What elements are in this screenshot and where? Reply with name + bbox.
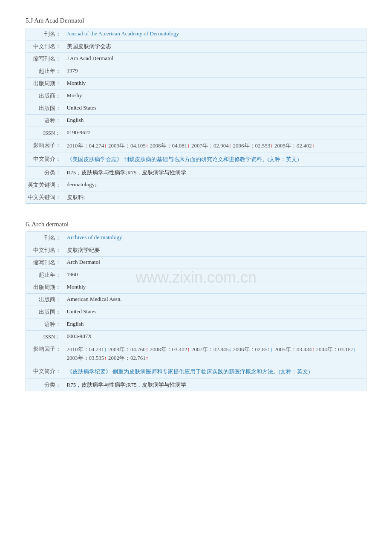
field-value: English (64, 318, 366, 330)
arrow-icon: ↑ (146, 346, 149, 353)
field-value: United States (64, 102, 366, 115)
arrow-icon: ↓ (270, 346, 273, 353)
table-row: 缩写刊名： J Am Acad Dermatol (26, 53, 366, 65)
arrow-icon: ↑ (270, 142, 273, 149)
table-row: 中文关键词： 皮肤科; (26, 191, 366, 203)
field-label: 出版国： (26, 306, 64, 318)
field-label: 出版国： (26, 102, 64, 115)
journal-6-name-link[interactable]: Archives of dermatology (67, 234, 122, 240)
field-value: United States (64, 306, 366, 318)
impact-factor-5: 2010年：04.274↑ 2009年：04.105↑ 2008年：04.081… (64, 139, 366, 153)
table-row: 中文简介： 《美国皮肤病学会志》 刊载皮肤病的基础与临床方面的研究论文和进修教学… (26, 153, 366, 166)
arrow-icon: ↓ (229, 346, 232, 353)
arrow-icon: ↑ (229, 142, 232, 149)
field-label: 出版周期： (26, 78, 64, 90)
table-row: 缩写刊名： Arch Dermatol (26, 256, 366, 269)
field-label: 起止年： (26, 65, 64, 78)
table-row: 起止年： 1979 (26, 65, 366, 78)
field-label: 中文刊名： (26, 244, 64, 256)
table-row: 出版商： American Medical Assn. (26, 293, 366, 306)
field-label: 缩写刊名： (26, 53, 64, 65)
table-row: 语种： English (26, 115, 366, 127)
field-label: 出版商： (26, 293, 64, 306)
field-value: English (64, 115, 366, 127)
journal-5-name-link[interactable]: Journal of the American Academy of Derma… (67, 30, 179, 37)
field-label: 语种： (26, 318, 64, 330)
arrow-icon: ↑ (187, 142, 190, 149)
table-row: 影响因子： 2010年：04.231↓ 2009年：04.760↑ 2008年：… (26, 343, 366, 365)
field-value: 0190-9622 (64, 127, 366, 139)
table-row: 刊名： Archives of dermatology (26, 231, 366, 244)
table-row: 英文关键词： dermatology;; (26, 179, 366, 191)
arrow-icon: ↑ (104, 355, 107, 361)
intro-6: 《皮肤病学纪要》 侧重为皮肤病医师和专家提供应用于临床实践的新医疗概念和方法。(… (64, 365, 366, 379)
table-row: 出版周期： Monthly (26, 78, 366, 90)
table-row: ISSN： 0190-9622 (26, 127, 366, 139)
field-value: Monthly (64, 281, 366, 293)
field-label: 缩写刊名： (26, 256, 64, 269)
journal-6-table: 刊名： Archives of dermatology 中文刊名： 皮肤病学纪要… (26, 231, 366, 391)
journal-section-6: 6. Arch dermatol 刊名： Archives of dermato… (26, 221, 366, 391)
journal-5-title: 5.J Am Acad Dermatol (26, 17, 366, 24)
field-value: R75，皮肤病学与性病学;R75，皮肤病学与性病学 (64, 166, 366, 179)
field-label: ISSN： (26, 330, 64, 343)
field-value: 皮肤病学纪要 (64, 244, 366, 256)
field-label: 分类： (26, 379, 64, 391)
field-value: 1979 (64, 65, 366, 78)
field-label: 刊名： (26, 28, 64, 40)
field-label: 刊名： (26, 231, 64, 244)
field-value: J Am Acad Dermatol (64, 53, 366, 65)
journal-section-5: 5.J Am Acad Dermatol 刊名： Journal of the … (26, 17, 366, 204)
field-label: 出版商： (26, 90, 64, 102)
table-row: ISSN： 0003-987X (26, 330, 366, 343)
table-row: 中文简介： 《皮肤病学纪要》 侧重为皮肤病医师和专家提供应用于临床实践的新医疗概… (26, 365, 366, 379)
field-value: 1960 (64, 269, 366, 281)
table-row: 语种： English (26, 318, 366, 330)
table-row: 分类： R75，皮肤病学与性病学;R75，皮肤病学与性病学 (26, 379, 366, 391)
field-value: Mosby (64, 90, 366, 102)
field-value: 美国皮肤病学会志 (64, 40, 366, 53)
table-row: 出版周期： Monthly (26, 281, 366, 293)
field-label: 影响因子： (26, 343, 64, 365)
field-value: 0003-987X (64, 330, 366, 343)
arrow-icon: ↓ (104, 346, 107, 353)
field-value: Monthly (64, 78, 366, 90)
field-label: 中文刊名： (26, 40, 64, 53)
table-row: 中文刊名： 美国皮肤病学会志 (26, 40, 366, 53)
field-label: 中文简介： (26, 153, 64, 166)
field-value: American Medical Assn. (64, 293, 366, 306)
field-label: 出版周期： (26, 281, 64, 293)
field-label: 中文简介： (26, 365, 64, 379)
field-label: 影响因子： (26, 139, 64, 153)
field-label: 起止年： (26, 269, 64, 281)
journal-5-table: 刊名： Journal of the American Academy of D… (26, 28, 366, 204)
arrow-icon: ↑ (312, 346, 315, 353)
table-row: 出版商： Mosby (26, 90, 366, 102)
arrow-icon: ↑ (312, 142, 315, 149)
field-label: 语种： (26, 115, 64, 127)
table-row: 出版国： United States (26, 306, 366, 318)
table-row: 分类： R75，皮肤病学与性病学;R75，皮肤病学与性病学 (26, 166, 366, 179)
table-row: 出版国： United States (26, 102, 366, 115)
journal-6-title: 6. Arch dermatol (26, 221, 366, 228)
field-value-journal5-name: Journal of the American Academy of Derma… (64, 28, 366, 40)
table-row: 刊名： Journal of the American Academy of D… (26, 28, 366, 40)
arrow-icon: ↑ (146, 355, 149, 361)
table-row: 影响因子： 2010年：04.274↑ 2009年：04.105↑ 2008年：… (26, 139, 366, 153)
field-label: ISSN： (26, 127, 64, 139)
table-row: 中文刊名： 皮肤病学纪要 (26, 244, 366, 256)
arrow-icon: ↓ (353, 346, 356, 353)
field-value: R75，皮肤病学与性病学;R75，皮肤病学与性病学 (64, 379, 366, 391)
intro-5: 《美国皮肤病学会志》 刊载皮肤病的基础与临床方面的研究论文和进修教学资料。(文种… (64, 153, 366, 166)
field-label: 英文关键词： (26, 179, 64, 191)
field-value: Arch Dermatol (64, 256, 366, 269)
field-value: dermatology;; (64, 179, 366, 191)
field-value-journal6-name: Archives of dermatology (64, 231, 366, 244)
field-label: 分类： (26, 166, 64, 179)
field-label: 中文关键词： (26, 191, 64, 203)
table-row: 起止年： 1960 (26, 269, 366, 281)
arrow-icon: ↑ (146, 142, 149, 149)
arrow-icon: ↑ (187, 346, 190, 353)
field-value: 皮肤科; (64, 191, 366, 203)
impact-factor-6: 2010年：04.231↓ 2009年：04.760↑ 2008年：03.402… (64, 343, 366, 365)
